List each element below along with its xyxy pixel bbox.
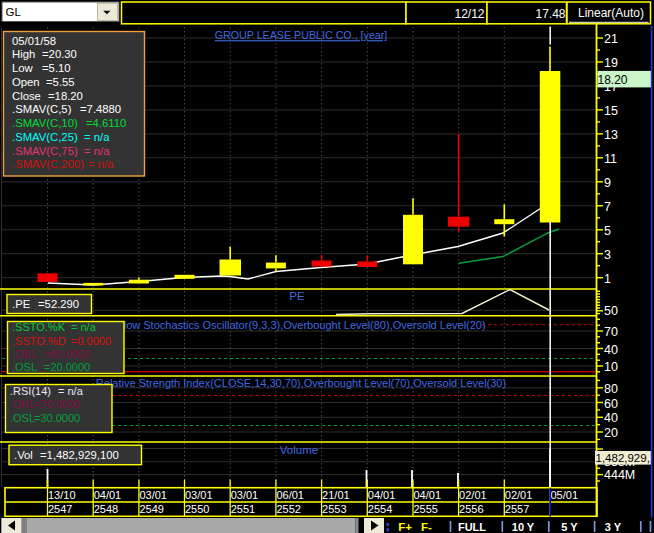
svg-text:2548: 2548 (94, 503, 118, 515)
svg-text:3: 3 (604, 248, 611, 262)
svg-text:02/01: 02/01 (505, 489, 533, 501)
svg-text:10 Y: 10 Y (512, 521, 535, 533)
svg-text:5 Y: 5 Y (561, 521, 578, 533)
svg-text:F+: F+ (398, 521, 412, 533)
svg-text:11: 11 (604, 152, 617, 166)
svg-text:GL: GL (6, 6, 22, 18)
svg-text:19: 19 (604, 56, 618, 70)
svg-text:.OBL: .OBL (10, 398, 35, 410)
svg-text:.OBL: .OBL (12, 348, 37, 360)
svg-text:= n/a: = n/a (84, 131, 110, 143)
svg-text:.SMAV(C,5): .SMAV(C,5) (12, 103, 72, 115)
svg-text:=52.290: =52.290 (38, 298, 79, 310)
svg-text:.PE: .PE (12, 298, 31, 310)
svg-text:17.48: 17.48 (535, 7, 565, 21)
svg-text:444M: 444M (604, 468, 635, 482)
svg-text:7: 7 (604, 200, 611, 214)
svg-text:03/01: 03/01 (185, 489, 213, 501)
svg-text:1: 1 (604, 272, 611, 286)
svg-text:=1,482,929,100: =1,482,929,100 (40, 449, 119, 461)
svg-text:03/01: 03/01 (231, 489, 259, 501)
svg-text:13/10: 13/10 (48, 489, 76, 501)
svg-text:=18.20: =18.20 (48, 90, 83, 102)
svg-text:.RSI(14): .RSI(14) (10, 385, 51, 397)
svg-text:FULL: FULL (458, 521, 486, 533)
svg-text:.OSL: .OSL (12, 361, 37, 373)
svg-text:2552: 2552 (276, 503, 300, 515)
svg-text:2550: 2550 (185, 503, 209, 515)
svg-text:Open: Open (12, 76, 40, 88)
svg-text:04/01: 04/01 (368, 489, 396, 501)
svg-text:=80.0000: =80.0000 (44, 348, 90, 360)
svg-text:=5.55: =5.55 (46, 76, 75, 88)
svg-text:.SMAV(C,75): .SMAV(C,75) (12, 145, 78, 157)
svg-text:18.20: 18.20 (598, 73, 628, 87)
svg-text:1,482,929,1: 1,482,929,1 (596, 452, 654, 464)
svg-text:9: 9 (604, 176, 611, 190)
svg-text:2547: 2547 (48, 503, 72, 515)
svg-text:.SMAV(C,200): .SMAV(C,200) (12, 158, 84, 170)
svg-text:70: 70 (604, 325, 618, 339)
svg-text:= n/a: = n/a (58, 385, 84, 397)
svg-text:06/01: 06/01 (276, 489, 304, 501)
svg-text:=20.0000: =20.0000 (44, 361, 90, 373)
svg-text:=70.0000: =70.0000 (34, 398, 80, 410)
svg-text:20: 20 (604, 426, 618, 440)
svg-text:2551: 2551 (231, 503, 255, 515)
svg-text:15: 15 (604, 104, 618, 118)
svg-text:5: 5 (604, 224, 611, 238)
svg-text:.SMAV(C,25): .SMAV(C,25) (12, 131, 78, 143)
svg-text:Relative Strength Index(CLOSE,: Relative Strength Index(CLOSE,14,30,70),… (96, 377, 506, 389)
svg-text:High: High (12, 48, 35, 60)
svg-text:F-: F- (421, 521, 432, 533)
svg-text:3 Y: 3 Y (605, 521, 622, 533)
svg-text:.SMAV(C,10): .SMAV(C,10) (12, 117, 78, 129)
svg-text:50: 50 (604, 304, 618, 318)
svg-text:.OSL: .OSL (10, 412, 35, 424)
svg-text:Low: Low (12, 62, 34, 74)
svg-text:2553: 2553 (322, 503, 346, 515)
svg-text:.SSTO.%K: .SSTO.%K (12, 321, 66, 333)
svg-text:=5.10: =5.10 (42, 62, 71, 74)
svg-text:04/01: 04/01 (414, 489, 442, 501)
svg-text:Linear(Auto): Linear(Auto) (578, 6, 644, 20)
svg-text:Slow Stochastics Oscillator(9,: Slow Stochastics Oscillator(9,3,3),Overb… (116, 319, 485, 331)
svg-text:10: 10 (604, 360, 618, 374)
svg-text:04/01: 04/01 (94, 489, 122, 501)
svg-text:=30.0000: =30.0000 (34, 412, 80, 424)
svg-text:05/01: 05/01 (551, 489, 579, 501)
svg-text:80: 80 (604, 382, 618, 396)
svg-text:.SSTO.%D: .SSTO.%D (12, 335, 66, 347)
svg-text:40: 40 (604, 411, 618, 425)
svg-text:40: 40 (604, 343, 618, 357)
svg-text:2554: 2554 (368, 503, 392, 515)
svg-text:21/01: 21/01 (322, 489, 350, 501)
svg-text:60: 60 (604, 397, 618, 411)
svg-text:02/01: 02/01 (459, 489, 487, 501)
svg-text:05/01/58: 05/01/58 (12, 35, 56, 47)
svg-text:03/01: 03/01 (139, 489, 167, 501)
svg-text:12/12: 12/12 (454, 7, 484, 21)
svg-text:2555: 2555 (414, 503, 438, 515)
svg-text:=20.30: =20.30 (42, 48, 77, 60)
svg-text:Close: Close (12, 90, 41, 102)
svg-text:PE: PE (289, 290, 305, 302)
svg-text:=7.4880: =7.4880 (80, 103, 121, 115)
svg-text:Volume: Volume (280, 444, 318, 456)
svg-text:=4.6110: =4.6110 (86, 117, 126, 129)
svg-text:2557: 2557 (505, 503, 529, 515)
svg-text:13: 13 (604, 128, 618, 142)
svg-text:2549: 2549 (139, 503, 163, 515)
svg-text:2556: 2556 (459, 503, 483, 515)
svg-text:= n/a: = n/a (84, 145, 110, 157)
svg-text:= n/a: = n/a (88, 158, 114, 170)
svg-text:=0.0000: =0.0000 (71, 335, 111, 347)
svg-text:= n/a: = n/a (71, 321, 97, 333)
svg-text:.Vol: .Vol (14, 449, 33, 461)
svg-text:21: 21 (604, 32, 618, 46)
svg-text:GROUP LEASE PUBLIC CO., [year]: GROUP LEASE PUBLIC CO., [year] (215, 29, 388, 41)
